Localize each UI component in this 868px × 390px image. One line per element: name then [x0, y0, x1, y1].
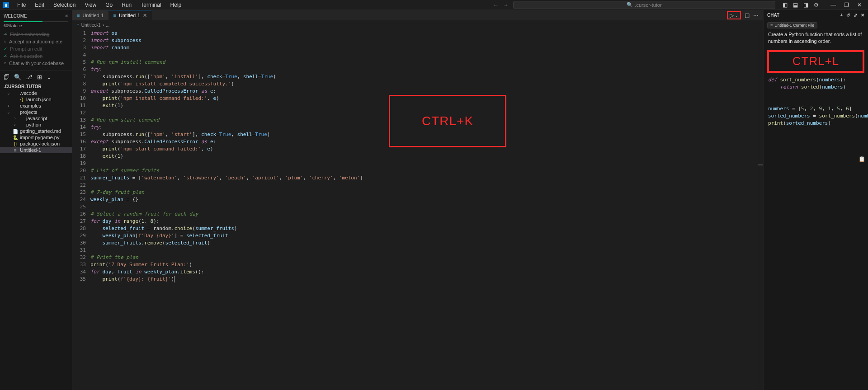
welcome-panel: WELCOME ✕ 60% done ✓Finish onboarding○Ac…: [0, 10, 72, 71]
tree-file[interactable]: 🐍import pygame.py: [0, 134, 72, 141]
nav-arrows: ← →: [493, 2, 509, 8]
chevron-down-icon[interactable]: ⌄: [47, 74, 52, 80]
run-button[interactable]: ▷ ⌄: [727, 11, 741, 19]
chevron-icon: ⌄: [6, 91, 11, 95]
file-tree: ⌄.vscode{}launch.json›examples⌄projects›…: [0, 90, 72, 390]
sidebar: WELCOME ✕ 60% done ✓Finish onboarding○Ac…: [0, 10, 72, 390]
tree-file[interactable]: {}package-lock.json: [0, 141, 72, 147]
new-chat-icon[interactable]: +: [840, 13, 843, 18]
editor-tab[interactable]: ≡Untitled-1: [72, 10, 109, 20]
expand-icon[interactable]: ⤢: [854, 13, 857, 18]
title-bar: ▮ FileEditSelectionViewGoRunTerminalHelp…: [0, 0, 868, 10]
menu-selection[interactable]: Selection: [50, 1, 79, 9]
tree-folder[interactable]: ⌄.vscode: [0, 90, 72, 96]
circle-icon: ○: [4, 39, 6, 44]
copy-icon[interactable]: 📋: [859, 156, 865, 162]
search-icon: 🔍: [627, 2, 633, 8]
py-file-icon: 🐍: [13, 135, 18, 140]
tab-close-icon[interactable]: ✕: [143, 13, 147, 19]
tree-file[interactable]: {}launch.json: [0, 96, 72, 103]
chat-code-block: def sort_numbers(numbers): return sorted…: [768, 76, 863, 127]
ctrl-k-overlay: CTRL+K: [389, 95, 506, 147]
source-control-icon[interactable]: ⎇: [26, 74, 33, 80]
explorer-root-label[interactable]: .CURSOR-TUTOR: [0, 83, 72, 90]
breadcrumb-more[interactable]: ...: [106, 23, 109, 28]
check-icon: ✓: [4, 32, 7, 37]
welcome-item-label: Prompt an edit: [10, 46, 42, 52]
minimize-button[interactable]: —: [830, 2, 836, 8]
chat-panel: CHAT + ↺ ⤢ ✕ ≡ Untitled-1 Current File C…: [763, 10, 868, 390]
more-actions-icon[interactable]: ⋯: [753, 12, 759, 19]
editor-column: ≡Untitled-1≡Untitled-1✕ ▷ ⌄ ◫ ⋯ ≡ Untitl…: [72, 10, 763, 390]
welcome-item[interactable]: ○Accept an autocomplete: [4, 38, 68, 45]
menu-file[interactable]: File: [14, 1, 29, 9]
nav-back-icon[interactable]: ←: [493, 2, 499, 8]
tree-folder[interactable]: ›python: [0, 122, 72, 128]
minimap[interactable]: [758, 29, 763, 390]
json-file-icon: {}: [13, 141, 18, 146]
tree-folder[interactable]: ›examples: [0, 103, 72, 109]
tab-file-icon: ≡: [113, 13, 116, 18]
folder-icon: [13, 90, 18, 96]
search-panel-icon[interactable]: 🔍: [14, 74, 21, 80]
maximize-button[interactable]: ❐: [844, 2, 849, 8]
tab-label: Untitled-1: [119, 13, 140, 18]
nav-forward-icon[interactable]: →: [503, 2, 509, 8]
folder-icon: [19, 122, 24, 127]
check-icon: ✓: [4, 53, 7, 59]
file-icon: ≡: [77, 23, 80, 28]
tree-item-label: .vscode: [20, 90, 37, 96]
panel-right-icon[interactable]: ◨: [803, 2, 808, 8]
editor-tab[interactable]: ≡Untitled-1✕: [109, 10, 152, 20]
welcome-item[interactable]: ✓Prompt an edit: [4, 45, 68, 52]
welcome-item[interactable]: ○Chat with your codebase: [4, 60, 68, 67]
tree-file[interactable]: 📄getting_started.md: [0, 128, 72, 134]
tabs-row: ≡Untitled-1≡Untitled-1✕ ▷ ⌄ ◫ ⋯: [72, 10, 763, 21]
files-icon[interactable]: 🗐: [4, 74, 9, 80]
history-icon[interactable]: ↺: [846, 13, 850, 18]
welcome-close-icon[interactable]: ✕: [65, 14, 68, 19]
chevron-icon: ›: [6, 103, 11, 108]
menu-help[interactable]: Help: [167, 1, 185, 9]
tree-file[interactable]: ≡Untitled-1: [0, 147, 72, 153]
menu-edit[interactable]: Edit: [31, 1, 48, 9]
panel-bottom-icon[interactable]: ⬓: [793, 2, 798, 8]
close-window-button[interactable]: ✕: [857, 2, 862, 8]
command-search-input[interactable]: 🔍 .cursor-tutor: [513, 1, 775, 9]
welcome-item-label: Accept an autocomplete: [9, 39, 62, 44]
menu-terminal[interactable]: Terminal: [137, 1, 165, 9]
folder-icon: [13, 109, 18, 115]
welcome-item-label: Finish onboarding: [10, 32, 49, 37]
gear-icon[interactable]: ⚙: [814, 2, 819, 8]
code-editor[interactable]: 1234567891011121314151617181920212223242…: [72, 29, 763, 390]
welcome-item-label: Ask a question: [10, 53, 42, 59]
menu-run[interactable]: Run: [118, 1, 135, 9]
line-gutter: 1234567891011121314151617181920212223242…: [72, 29, 90, 390]
split-editor-icon[interactable]: ◫: [745, 12, 750, 19]
welcome-item[interactable]: ✓Ask a question: [4, 52, 68, 60]
context-chip[interactable]: ≡ Untitled-1 Current File: [767, 22, 817, 28]
code-content[interactable]: import osimport subprocessimport random …: [90, 29, 758, 390]
tree-item-label: python: [26, 122, 41, 127]
progress-bar: [4, 21, 68, 22]
tree-folder[interactable]: ⌄projects: [0, 109, 72, 115]
extensions-icon[interactable]: ⊞: [37, 74, 42, 80]
menu-go[interactable]: Go: [102, 1, 116, 9]
folder-icon: [13, 103, 18, 108]
breadcrumb[interactable]: ≡ Untitled-1 › ...: [72, 21, 763, 29]
welcome-item[interactable]: ✓Finish onboarding: [4, 31, 68, 38]
tree-folder[interactable]: ›javascript: [0, 115, 72, 122]
menu-view[interactable]: View: [81, 1, 100, 9]
close-chat-icon[interactable]: ✕: [861, 13, 864, 18]
breadcrumb-file[interactable]: Untitled-1: [81, 23, 101, 28]
ctrl-l-overlay: CTRL+L: [767, 50, 864, 73]
search-placeholder: .cursor-tutor: [635, 2, 661, 8]
explorer-toolbar: 🗐 🔍 ⎇ ⊞ ⌄: [0, 71, 72, 83]
app-logo-icon: ▮: [3, 2, 9, 8]
main-menu: FileEditSelectionViewGoRunTerminalHelp: [14, 1, 185, 9]
context-chip-label: Untitled-1 Current File: [774, 23, 814, 28]
check-icon: ✓: [4, 46, 7, 52]
welcome-title: WELCOME: [4, 14, 27, 19]
panel-left-icon[interactable]: ◧: [783, 2, 788, 8]
chevron-icon: ›: [13, 122, 17, 127]
